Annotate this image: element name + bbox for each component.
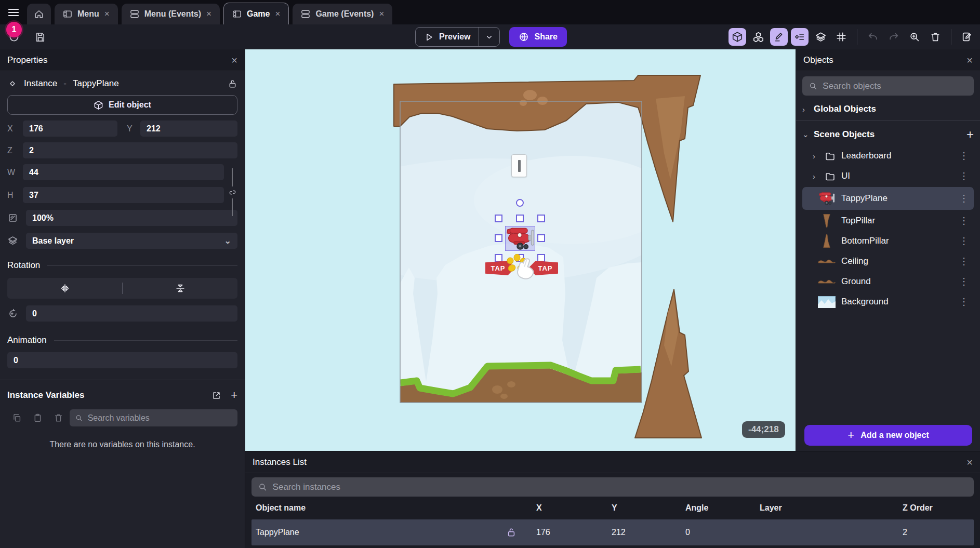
variables-empty-message: There are no variables on this instance. [7,440,237,449]
redo-button[interactable] [885,28,903,46]
object-menu-button[interactable]: ⋮ [957,170,971,182]
object-item-ceiling[interactable]: Ceiling ⋮ [802,252,974,271]
preview-label: Preview [439,32,470,42]
tab-close-button[interactable]: × [274,9,281,19]
open-variables-editor-button[interactable] [211,391,221,400]
column-angle: Angle [685,503,760,513]
tab-game-scene-active[interactable]: Game × [223,3,289,24]
object-menu-button[interactable]: ⋮ [957,276,971,287]
object-menu-button[interactable]: ⋮ [957,296,971,308]
layers-icon [7,235,22,246]
lock-aspect-ratio-button[interactable] [227,168,237,216]
tab-home[interactable] [27,4,51,24]
object-item-background[interactable]: Background ⋮ [802,292,974,311]
link-icon [226,186,239,198]
selected-instance-tappyplane[interactable] [505,226,535,251]
selection-handle[interactable] [537,234,545,242]
object-menu-button[interactable]: ⋮ [957,150,971,162]
tab-menu-events[interactable]: Menu (Events) × [122,4,220,24]
object-folder-leaderboard[interactable]: › Leaderboard ⋮ [802,146,974,165]
selection-handle[interactable] [516,215,524,222]
preview-options-button[interactable] [479,28,499,46]
scene-objects-section[interactable]: ⌄ Scene Objects + [802,124,974,145]
selection-handle[interactable] [537,215,545,222]
main-menu-button[interactable] [0,0,27,24]
object-menu-button[interactable]: ⋮ [957,215,971,226]
save-button[interactable] [31,28,49,46]
object-item-ground[interactable]: Ground ⋮ [802,272,974,291]
tab-menu-scene[interactable]: Menu × [55,4,118,24]
selection-handle[interactable] [495,254,502,262]
z-input[interactable] [23,142,237,158]
instances-list-button[interactable] [791,28,809,46]
width-input[interactable] [23,164,224,180]
layers-icon [815,31,827,43]
object-menu-button[interactable]: ⋮ [957,193,971,204]
share-label: Share [534,32,557,42]
layers-button[interactable] [812,28,829,46]
scene-editor-canvas[interactable]: TAP TAP -44;218 [245,49,796,451]
object-menu-button[interactable]: ⋮ [957,256,971,267]
share-button[interactable]: Share [509,27,566,47]
height-input[interactable] [23,187,224,203]
rotation-handle[interactable] [516,199,524,207]
close-objects-button[interactable]: × [966,55,973,65]
edit-note-icon [961,31,973,43]
instance-row-tappyplane[interactable]: TappyPlane 176 212 0 2 [251,519,974,545]
grid-button[interactable] [832,28,850,46]
close-properties-button[interactable]: × [231,55,237,65]
edit-object-button[interactable]: Edit object [7,95,237,115]
flip-horizontal-button[interactable] [7,278,122,299]
flip-vertical-button[interactable] [123,278,237,299]
tab-close-button[interactable]: × [104,9,110,19]
edit-mode-button[interactable] [770,28,788,46]
rotation-input[interactable] [26,305,237,322]
scene-tab-icon [62,9,73,19]
y-input[interactable] [140,121,237,137]
preview-button[interactable]: Preview [416,28,479,46]
toggle-3d-view-button[interactable] [729,28,746,46]
unlock-icon [228,79,237,89]
tab-close-button[interactable]: × [206,9,212,19]
object-item-toppillar[interactable]: TopPillar ⋮ [802,211,974,230]
instance-type-label: Instance [24,78,57,89]
add-variable-button[interactable]: + [231,389,237,402]
selection-handle[interactable] [495,215,502,222]
instance-object-name: TappyPlane [73,78,119,89]
instance-diamond-icon [7,78,18,89]
opacity-input[interactable] [26,210,237,226]
search-instances-input[interactable] [273,482,968,492]
zoom-button[interactable] [906,28,923,46]
object-item-tappyplane-selected[interactable]: TappyPlane ⋮ [802,187,974,210]
ceiling-thumbnail [818,258,836,264]
search-variables-input[interactable] [88,413,232,423]
object-folder-ui[interactable]: › UI ⋮ [802,167,974,185]
selection-handle[interactable] [495,234,502,242]
search-objects-input[interactable] [823,81,968,91]
instances-table-header: Object name X Y Angle Layer Z Order [251,497,974,519]
chevron-right-icon: › [813,152,819,161]
copy-variable-button[interactable] [7,413,26,423]
lock-instance-button[interactable] [228,79,237,89]
tab-game-events[interactable]: Game (Events) × [293,4,392,24]
delete-variable-button[interactable] [49,413,68,423]
add-new-object-button[interactable]: + Add a new object [804,425,972,446]
project-update-button[interactable]: 1 [5,28,23,46]
animation-input[interactable] [7,352,237,368]
main-toolbar: 1 Preview Share [0,24,980,49]
scene-notes-button[interactable] [958,28,976,46]
add-object-plus-button[interactable]: + [966,128,974,141]
object-menu-button[interactable]: ⋮ [957,235,971,247]
undo-button[interactable] [864,28,882,46]
x-input[interactable] [23,121,117,137]
objects-editor-button[interactable] [749,28,767,46]
close-instances-list-button[interactable]: × [966,457,973,467]
object-item-bottompillar[interactable]: BottomPillar ⋮ [802,232,974,250]
layer-select[interactable]: Base layer ⌄ [26,233,237,249]
global-objects-section[interactable]: › Global Objects [802,99,974,119]
tab-close-button[interactable]: × [378,9,385,19]
delete-button[interactable] [926,28,944,46]
selection-handle[interactable] [537,254,545,262]
unlock-icon[interactable] [506,527,536,538]
paste-variable-button[interactable] [28,413,47,423]
